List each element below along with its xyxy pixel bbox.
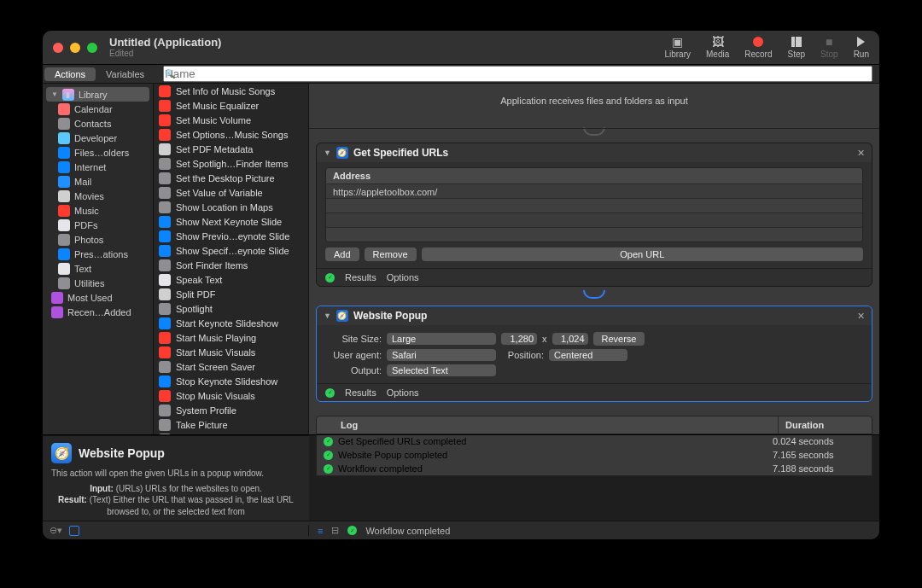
record-toolbar-button[interactable]: Record	[744, 36, 772, 59]
library-sidebar: ▼▮LibraryCalendarContactsDeveloperFiles……	[43, 84, 154, 434]
safari-icon: 🧭	[336, 310, 348, 322]
reverse-button[interactable]: Reverse	[593, 332, 645, 346]
log-column-header[interactable]: Log	[317, 416, 778, 434]
close-window-button[interactable]	[53, 43, 63, 53]
library-item[interactable]: Calendar	[43, 102, 153, 116]
user-agent-select[interactable]: Safari	[387, 349, 496, 361]
flow-view-icon[interactable]: ⊟	[331, 525, 339, 536]
address-row[interactable]: https://appletoolbox.com/	[326, 183, 862, 198]
minimize-window-button[interactable]	[70, 43, 80, 53]
close-icon[interactable]: ✕	[857, 311, 865, 322]
close-icon[interactable]: ✕	[857, 148, 865, 159]
category-icon	[58, 176, 70, 188]
action-item[interactable]: System Profile	[154, 403, 308, 417]
execute-icon[interactable]: ⊖▾	[50, 525, 62, 536]
action-item[interactable]: Start Music Playing	[154, 330, 308, 345]
address-row-empty[interactable]	[326, 198, 862, 212]
action-item[interactable]: Set PDF Metadata	[154, 142, 308, 156]
library-root[interactable]: ▼▮Library	[46, 87, 149, 102]
step-toolbar-button[interactable]: Step	[787, 36, 805, 59]
card-header[interactable]: ▼ 🧭 Get Specified URLs ✕	[317, 143, 872, 162]
action-icon	[159, 100, 171, 112]
output-label: Output:	[325, 365, 382, 376]
action-label: Start Keynote Slideshow	[176, 318, 278, 329]
action-item[interactable]: Show Specif…eynote Slide	[154, 243, 308, 258]
library-item[interactable]: Movies	[43, 189, 153, 203]
action-icon	[159, 317, 171, 329]
remove-button[interactable]: Remove	[365, 247, 417, 261]
action-icon	[159, 114, 171, 126]
address-column-header[interactable]: Address	[326, 168, 862, 183]
view-icon[interactable]	[69, 526, 79, 536]
variables-tab[interactable]: Variables	[96, 67, 155, 81]
action-label: Stop Music Visuals	[176, 391, 255, 401]
category-icon	[58, 263, 70, 275]
options-link[interactable]: Options	[387, 272, 419, 282]
library-item[interactable]: Contacts	[43, 116, 153, 131]
action-item[interactable]: Show Previo…eynote Slide	[154, 229, 308, 243]
action-item[interactable]: Split PDF	[154, 287, 308, 301]
action-item[interactable]: Sort Finder Items	[154, 258, 308, 272]
library-item[interactable]: Mail	[43, 174, 153, 189]
width-input[interactable]	[501, 333, 537, 345]
site-size-select[interactable]: Large	[387, 333, 496, 345]
zoom-window-button[interactable]	[87, 43, 97, 53]
list-view-icon[interactable]: ≡	[318, 526, 323, 536]
library-item[interactable]: Pres…ations	[43, 247, 153, 261]
results-link[interactable]: Results	[345, 272, 376, 282]
action-item[interactable]: Start Music Visuals	[154, 345, 308, 359]
action-item[interactable]: Stop Keynote Slideshow	[154, 374, 308, 388]
info-panel: 🧭 Website Popup This action will open th…	[43, 435, 309, 521]
action-item[interactable]: Set Music Equalizer	[154, 98, 308, 113]
action-item[interactable]: Speak Text	[154, 272, 308, 287]
address-row-empty[interactable]	[326, 212, 862, 227]
action-item[interactable]: Show Next Keynote Slide	[154, 214, 308, 229]
action-item[interactable]: Set Options…Music Songs	[154, 127, 308, 142]
search-input[interactable]	[163, 66, 872, 82]
library-item[interactable]: Music	[43, 203, 153, 218]
action-label: Split PDF	[176, 289, 215, 300]
action-item[interactable]: Set Music Volume	[154, 113, 308, 127]
title-group: Untitled (Application) Edited	[109, 37, 221, 58]
library-item[interactable]: Internet	[43, 160, 153, 174]
action-item[interactable]: Set Value of Variable	[154, 185, 308, 200]
position-select[interactable]: Centered	[549, 349, 627, 361]
action-icon	[159, 259, 171, 271]
action-item[interactable]: Set the Desktop Picture	[154, 171, 308, 185]
duration-column-header[interactable]: Duration	[778, 416, 872, 434]
library-item[interactable]: Text	[43, 261, 153, 276]
library-item[interactable]: PDFs	[43, 218, 153, 232]
library-item[interactable]: Developer	[43, 131, 153, 145]
action-item[interactable]: Spotlight	[154, 301, 308, 316]
output-select[interactable]: Selected Text	[387, 364, 496, 376]
action-item[interactable]: Stop Music Visuals	[154, 388, 308, 403]
media-toolbar-button[interactable]: 🖼Media	[706, 36, 729, 59]
disclosure-icon[interactable]: ▼	[324, 311, 331, 320]
action-item[interactable]: Set Spotligh…Finder Items	[154, 156, 308, 171]
address-row-empty[interactable]	[326, 227, 862, 242]
sidebar-icon: ▣	[670, 36, 686, 48]
action-item[interactable]: Set Info of Music Songs	[154, 84, 308, 98]
library-item[interactable]: Files…olders	[43, 145, 153, 160]
action-item[interactable]: Take Picture	[154, 417, 308, 432]
library-toolbar-button[interactable]: ▣Library	[664, 36, 691, 59]
library-item[interactable]: Photos	[43, 232, 153, 247]
stop-toolbar-button[interactable]: ■Stop	[820, 36, 838, 59]
action-icon	[159, 390, 171, 402]
library-section[interactable]: Recen…Added	[43, 305, 153, 319]
card-header[interactable]: ▼ 🧭 Website Popup ✕	[317, 306, 872, 325]
action-item[interactable]: Start Keynote Slideshow	[154, 316, 308, 330]
results-link[interactable]: Results	[345, 387, 376, 398]
info-input: Input: (URLs) URLs for the websites to o…	[51, 483, 301, 495]
library-section[interactable]: Most Used	[43, 290, 153, 305]
options-link[interactable]: Options	[387, 387, 419, 398]
library-item[interactable]: Utilities	[43, 276, 153, 290]
height-input[interactable]	[552, 333, 588, 345]
action-item[interactable]: Start Screen Saver	[154, 359, 308, 374]
disclosure-icon[interactable]: ▼	[324, 148, 331, 157]
actions-tab[interactable]: Actions	[44, 67, 96, 81]
add-button[interactable]: Add	[325, 247, 359, 261]
action-item[interactable]: Show Location in Maps	[154, 200, 308, 214]
open-url-button[interactable]: Open URL	[422, 247, 863, 261]
run-toolbar-button[interactable]: Run	[854, 36, 869, 59]
